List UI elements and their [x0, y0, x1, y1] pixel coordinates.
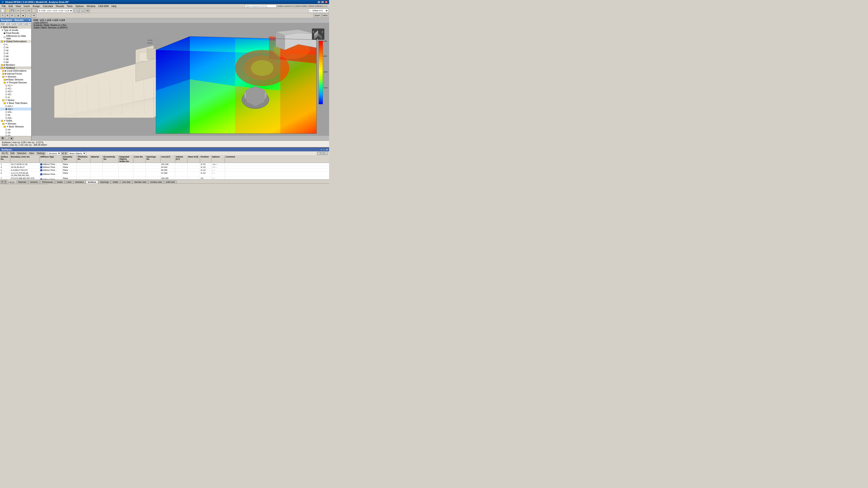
- status-grid[interactable]: GRID: [10, 184, 17, 185]
- tab-sections[interactable]: Sections: [28, 181, 40, 184]
- tb-zoom-in[interactable]: 🔍: [74, 8, 79, 13]
- nav-exx-plus[interactable]: εxx,+: [0, 105, 31, 107]
- structure-combo[interactable]: Structure: [48, 152, 61, 155]
- nav-global-deformations[interactable]: ▼ Global Deformations: [0, 40, 31, 43]
- nav-type-of-results[interactable]: ▼ Type of results: [0, 29, 31, 32]
- menu-help[interactable]: Help: [110, 4, 118, 8]
- tb-snap-toggle[interactable]: SNAP: [313, 13, 321, 18]
- tb-zoom-out[interactable]: 🔍: [79, 8, 84, 13]
- menu-file[interactable]: File: [0, 4, 7, 8]
- goto-btn[interactable]: Go To: [1, 152, 9, 155]
- tb-small-3[interactable]: 📊: [324, 152, 328, 155]
- nav-icon-1[interactable]: 🏗: [1, 137, 4, 140]
- table-row-1[interactable]: 1 16,17,28,65-47,18 Without Thick... Pla…: [0, 163, 329, 166]
- nav-icon-2[interactable]: 📊: [5, 137, 9, 140]
- nav-stresses[interactable]: ▼ Stresses: [0, 75, 31, 78]
- tab-solid-sets[interactable]: Solid Sets: [164, 181, 177, 184]
- menu-results[interactable]: Results: [55, 4, 66, 8]
- tab-thicknesses[interactable]: Thicknesses: [40, 181, 55, 184]
- tb-open[interactable]: 📂: [5, 8, 10, 13]
- nav-solid-sigma-y[interactable]: σy: [0, 131, 31, 134]
- maximize-button[interactable]: □: [321, 1, 324, 3]
- tab-surface-sets[interactable]: Surface Sets: [149, 181, 164, 184]
- load-case-combo[interactable]: S: CO2 · LC1 + LC2 + LC3 + LC4: [38, 8, 73, 13]
- panel-maximize[interactable]: □: [324, 149, 325, 151]
- navigator-combo[interactable]: CO2 · LC1 + LC2 + LC3 + LC4 ▼: [0, 22, 31, 26]
- nav-sigma1minus[interactable]: σ1,-: [0, 87, 31, 90]
- nav-surfaces[interactable]: ▼ Surfaces: [0, 66, 31, 69]
- nav-solids-stresses[interactable]: ▼ Stresses: [0, 122, 31, 125]
- status-snap[interactable]: SNAP: [1, 184, 9, 185]
- tab-members[interactable]: Members: [73, 181, 86, 184]
- tb-move[interactable]: ✛: [5, 13, 10, 18]
- nav-local-deformations[interactable]: ▶ Local Deformations: [0, 69, 31, 72]
- nav-basic-stresses[interactable]: ▶ Basic Stresses: [0, 78, 31, 81]
- tb-grid-toggle[interactable]: GRID: [321, 13, 329, 18]
- tb-select[interactable]: ↖: [0, 13, 5, 18]
- nav-sigma2minus[interactable]: σ2,-: [0, 93, 31, 96]
- nav-solids[interactable]: ▼ Solids: [0, 119, 31, 122]
- panel-minimize[interactable]: —: [320, 149, 323, 151]
- tab-solids[interactable]: Solids: [111, 181, 120, 184]
- tab-line-sets[interactable]: Line Sets: [120, 181, 132, 184]
- menu-calculate[interactable]: Calculate: [41, 4, 55, 8]
- settings-btn[interactable]: Settings: [36, 152, 46, 155]
- nav-final-results[interactable]: Final Results: [0, 32, 31, 35]
- nav-tauc[interactable]: τc: [0, 96, 31, 99]
- tb-small-1[interactable]: 📋: [317, 152, 320, 155]
- table-row-7[interactable]: 7 273,274,388,403-397,470-459,275 Withou…: [0, 177, 329, 180]
- nav-internal-forces[interactable]: ▶ Internal Forces: [0, 72, 31, 75]
- nav-phiy[interactable]: φy: [0, 58, 31, 61]
- nav-u[interactable]: u: [0, 43, 31, 46]
- tb-redo[interactable]: ↪: [21, 8, 25, 13]
- tb-undo[interactable]: ↩: [16, 8, 21, 13]
- edit-btn[interactable]: Edit: [10, 152, 16, 155]
- tb-paste[interactable]: 📋: [32, 8, 36, 13]
- tb-wire[interactable]: □: [26, 13, 30, 18]
- tab-openings[interactable]: Openings: [98, 181, 111, 184]
- selection-btn[interactable]: Selection: [16, 152, 27, 155]
- tb-copy[interactable]: ⎘: [27, 8, 31, 13]
- status-glines[interactable]: GLINES: [28, 184, 37, 185]
- close-button[interactable]: ✕: [324, 1, 328, 3]
- nav-static-analysis[interactable]: ▼ Static Analysis: [0, 26, 31, 29]
- table-row-5[interactable]: 5 1,2,4,71,270-65,28-13,166,269,262,262.…: [0, 172, 329, 177]
- prev-item[interactable]: ◄: [61, 152, 64, 155]
- nav-solids-basic-stresses[interactable]: ▼ Basic Stresses: [0, 125, 31, 128]
- nav-sigma2plus[interactable]: σ2,+: [0, 90, 31, 93]
- tab-materials[interactable]: Materials: [16, 181, 28, 184]
- nav-differences[interactable]: Differences to initial state: [0, 35, 31, 40]
- table-row-3[interactable]: 3 19-26,36-45,27 Without Thick... Plane …: [0, 166, 329, 169]
- nav-sigma1plus[interactable]: σ1,+: [0, 84, 31, 87]
- tab-nodes[interactable]: Nodes: [55, 181, 65, 184]
- tb-small-2[interactable]: 🔍: [321, 152, 324, 155]
- next-item[interactable]: ►: [65, 152, 67, 155]
- minimize-button[interactable]: _: [317, 1, 320, 3]
- menu-assign[interactable]: Assign: [31, 4, 41, 8]
- nav-strains[interactable]: ▼ Strains: [0, 99, 31, 102]
- menu-cad-bim[interactable]: CAD-BIM: [97, 4, 110, 8]
- global-search-input[interactable]: [245, 4, 276, 8]
- coord-system-combo[interactable]: 1 - Global XYZ: [308, 8, 329, 13]
- nav-phix[interactable]: φx: [0, 55, 31, 58]
- status-osnap[interactable]: OSNAP: [38, 184, 48, 185]
- tb-solid[interactable]: ■: [21, 13, 25, 18]
- menu-tools[interactable]: Tools: [65, 4, 74, 8]
- nav-eyy-plus[interactable]: εyy,+: [0, 107, 31, 110]
- tab-member-sets[interactable]: Member Sets: [132, 181, 148, 184]
- menu-insert[interactable]: Insert: [22, 4, 31, 8]
- panel-close[interactable]: ✕: [326, 149, 328, 151]
- nav-basic-total-strains[interactable]: ▼ Basic Total Strains: [0, 102, 31, 105]
- nav-members[interactable]: ▶ Members: [0, 64, 31, 66]
- tab-surfaces-active[interactable]: Surfaces: [86, 181, 98, 184]
- view-btn[interactable]: View: [28, 152, 35, 155]
- menu-edit[interactable]: Edit: [7, 4, 14, 8]
- nav-eyy-minus[interactable]: εyy,-: [0, 116, 31, 119]
- tb-new[interactable]: 📄: [0, 8, 5, 13]
- nav-uy[interactable]: uy: [0, 49, 31, 52]
- nav-solid-sigma-x[interactable]: σx: [0, 128, 31, 131]
- status-bgrid[interactable]: BGRID: [18, 184, 27, 185]
- basic-objects-combo[interactable]: Basic Objects: [69, 152, 86, 155]
- nav-ep[interactable]: εp: [0, 113, 31, 116]
- menu-view[interactable]: View: [14, 4, 22, 8]
